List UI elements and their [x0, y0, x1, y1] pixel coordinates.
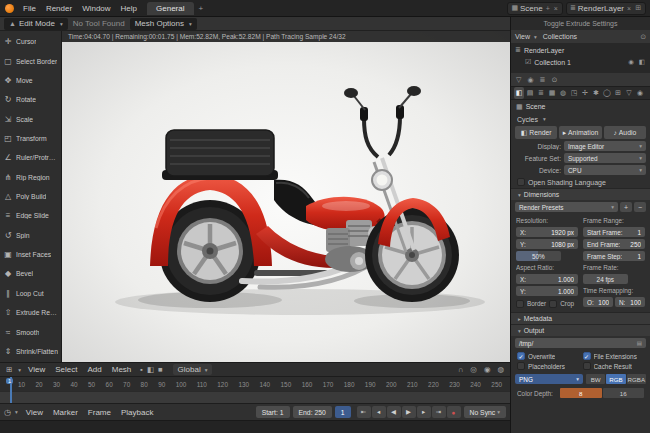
view-layer-selector[interactable]: ≣ RenderLayer × ⊞	[566, 2, 646, 15]
menu-window[interactable]: Window	[77, 3, 115, 14]
properties-tab-object[interactable]: ◳	[569, 87, 579, 99]
dimensions-section-header[interactable]: ▾ Dimensions	[511, 188, 650, 200]
scene-selector[interactable]: ▦ Scene + ×	[507, 2, 563, 15]
properties-tab-scene[interactable]: ▦	[547, 87, 557, 99]
checkbox-overwrite[interactable]: ✓Overwrite	[517, 352, 579, 360]
channel-rgba-button[interactable]: RGBA	[627, 374, 646, 384]
new-view-layer-button[interactable]: ⊞	[634, 4, 642, 12]
sort-icon[interactable]: ≣	[540, 76, 546, 84]
shading-sphere-icon[interactable]: ◍	[495, 365, 506, 374]
tool-transform[interactable]: ◰Transform	[0, 129, 61, 148]
vertex-select-button[interactable]: ▪	[138, 365, 145, 374]
start-frame-field[interactable]: Start Frame:1	[583, 227, 645, 237]
resolution-percentage-field[interactable]: 50%	[516, 251, 561, 261]
search-icon[interactable]: ⊙	[551, 76, 557, 84]
add-workspace-button[interactable]: +	[195, 4, 208, 13]
new-scene-button[interactable]: +	[545, 5, 551, 12]
visibility-toggle-icon[interactable]: ◉	[482, 365, 493, 374]
outliner-display-mode[interactable]: View ▾	[515, 33, 537, 40]
render-presets-selector[interactable]: Render Presets ▾	[515, 202, 618, 212]
properties-tab-output[interactable]: ▤	[525, 87, 535, 99]
tool-spin[interactable]: ↺Spin	[0, 226, 61, 245]
properties-tab-view-layer[interactable]: ≣	[536, 87, 546, 99]
viewport-3d[interactable]: Time:04:04.70 | Remaining:00:01.75 | Mem…	[62, 31, 510, 362]
prev-keyframe-button[interactable]: ◂	[372, 406, 386, 418]
depth-16-button[interactable]: 16	[603, 388, 645, 398]
properties-tab-particles[interactable]: ✱	[591, 87, 601, 99]
checkbox-placeholders[interactable]: Placeholders	[517, 362, 579, 370]
prop-value-device[interactable]: CPU▾	[564, 165, 646, 175]
tool-extrude-region[interactable]: ⇧Extrude Region	[0, 303, 61, 322]
properties-tab-constraints[interactable]: ⊞	[613, 87, 623, 99]
render-animation-button[interactable]: ▸ Animation	[559, 126, 601, 139]
tool-move[interactable]: ✥Move	[0, 71, 61, 90]
timeline-menu-marker[interactable]: Marker	[48, 407, 83, 418]
render-audio-button[interactable]: ♪ Audio	[604, 126, 646, 139]
proportional-editing-icon[interactable]: ◎	[468, 365, 479, 374]
tool-edge-slide[interactable]: ≡Edge Slide	[0, 206, 61, 225]
outliner-collections-mode[interactable]: Collections	[543, 33, 577, 40]
render-engine-selector[interactable]: Cycles ▾	[511, 113, 650, 125]
file-format-selector[interactable]: PNG ▾	[515, 374, 583, 384]
outliner-row-collection-1[interactable]: ☑Collection 1◉◧	[511, 56, 650, 68]
auto-keyframe-button[interactable]: ●	[447, 406, 461, 418]
output-section-header[interactable]: ▾ Output	[511, 324, 650, 336]
orientation-selector[interactable]: Global ▾	[173, 364, 213, 375]
remap-new-field[interactable]: N:100	[615, 297, 645, 307]
tool-smooth[interactable]: ≈Smooth	[0, 322, 61, 341]
tool-ruler-protractor[interactable]: ∠Ruler/Protractor	[0, 148, 61, 167]
play-button[interactable]: ▶	[402, 406, 416, 418]
viewport-menu-view[interactable]: View	[23, 364, 50, 375]
checkbox-file-extensions[interactable]: ✓File Extensions	[583, 352, 645, 360]
prop-value-feature-set[interactable]: Supported▾	[564, 153, 646, 163]
menu-render[interactable]: Render	[41, 3, 77, 14]
mode-selector[interactable]: ▲ Edit Mode ▾	[4, 18, 68, 30]
visibility-filter-icon[interactable]: ◉	[527, 76, 533, 84]
tool-inset-faces[interactable]: ▣Inset Faces	[0, 245, 61, 264]
delete-scene-button[interactable]: ×	[553, 5, 559, 12]
tool-rip-region[interactable]: ⋔Rip Region	[0, 168, 61, 187]
border-checkbox[interactable]	[516, 300, 524, 308]
add-preset-button[interactable]: +	[620, 202, 632, 212]
snap-magnet-icon[interactable]: ∩	[456, 365, 465, 374]
timeline-playhead[interactable]: 1	[10, 377, 12, 403]
delete-view-layer-button[interactable]: ×	[626, 5, 632, 12]
timeline-menu-frame[interactable]: Frame	[83, 407, 116, 418]
timeline-track[interactable]	[0, 391, 510, 403]
aspect-y-field[interactable]: Y:1.000	[516, 286, 578, 296]
channel-rgb-button[interactable]: RGB	[606, 374, 625, 384]
crop-checkbox[interactable]	[549, 300, 557, 308]
resolution-y-field[interactable]: Y:1080 px	[516, 239, 578, 249]
filter-icon[interactable]: ▽	[516, 76, 521, 84]
tool-cursor[interactable]: ✛Cursor	[0, 32, 61, 51]
timeline-ruler-numbers[interactable]: 1 10203040506070809010011012013014015016…	[0, 376, 510, 391]
face-select-button[interactable]: ■	[156, 365, 165, 374]
sync-mode-selector[interactable]: No Sync ▾	[464, 406, 506, 418]
jump-to-end-button[interactable]: ⇥	[432, 406, 446, 418]
tool-scale[interactable]: ⇲Scale	[0, 109, 61, 128]
timeline-menu-view[interactable]: View	[21, 407, 48, 418]
viewport-menu-add[interactable]: Add	[83, 364, 107, 375]
folder-icon[interactable]: ▤	[635, 340, 642, 346]
timeline-menu-playback[interactable]: Playback	[116, 407, 158, 418]
restrict-view-icon[interactable]: ◉	[627, 58, 635, 66]
resolution-x-field[interactable]: X:1920 px	[516, 227, 578, 237]
restrict-render-icon[interactable]: ◧	[638, 58, 646, 66]
start-frame-input[interactable]: Start: 1	[256, 406, 290, 418]
tool-select-border[interactable]: ▢Select Border	[0, 51, 61, 70]
menu-help[interactable]: Help	[116, 3, 142, 14]
properties-tab-physics[interactable]: ◯	[602, 87, 612, 99]
timeline-editor-selector[interactable]: ◷ ▾	[4, 408, 18, 417]
viewport-menu-select[interactable]: Select	[50, 364, 82, 375]
end-frame-input[interactable]: End: 250	[293, 406, 332, 418]
metadata-section-header[interactable]: ▸ Metadata	[511, 312, 650, 324]
current-frame-input[interactable]: 1	[335, 406, 351, 418]
remove-preset-button[interactable]: −	[634, 202, 646, 212]
frame-step-field[interactable]: Frame Step:1	[583, 251, 645, 261]
tool-rotate[interactable]: ↻Rotate	[0, 90, 61, 109]
depth-8-button[interactable]: 8	[560, 388, 602, 398]
render-button[interactable]: ◧ Render	[515, 126, 557, 139]
properties-tab-modifiers[interactable]: ✢	[580, 87, 590, 99]
menu-file[interactable]: File	[18, 3, 41, 14]
end-frame-field[interactable]: End Frame:250	[583, 239, 645, 249]
